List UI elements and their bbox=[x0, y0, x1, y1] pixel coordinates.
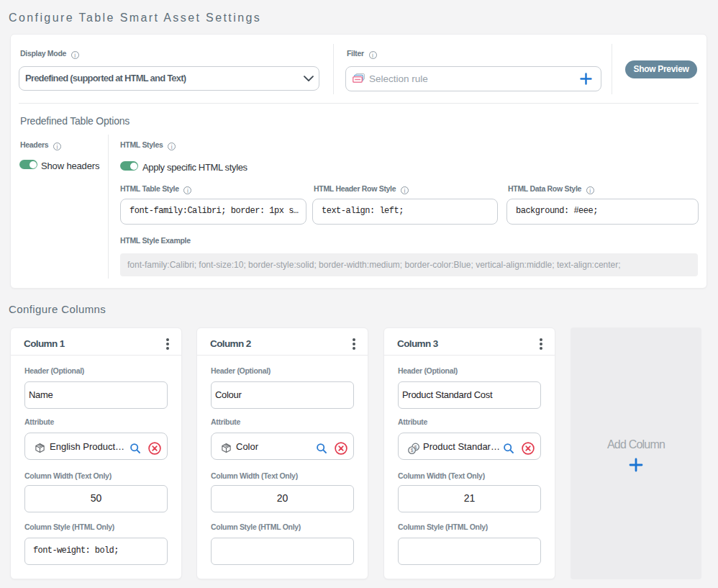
svg-text:$: $ bbox=[411, 448, 414, 453]
